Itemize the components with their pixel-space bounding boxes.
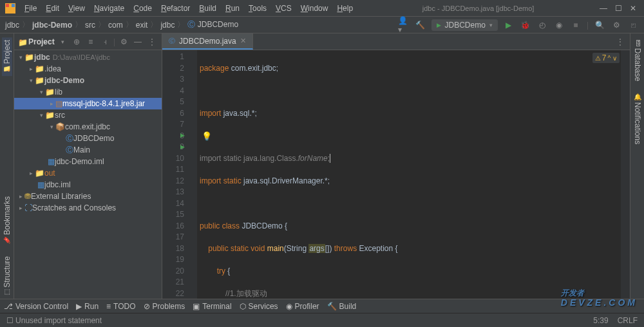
tool-project[interactable]: 📁 Project [2,37,12,76]
menu-edit[interactable]: Edit [42,2,63,15]
menu-help[interactable]: Help [333,2,357,15]
tool-bookmarks[interactable]: 🔖 Bookmarks [2,194,12,247]
tree-external-libs[interactable]: ▸⛃ External Libraries [14,191,162,202]
hide-panel-icon[interactable]: — [132,36,144,48]
coverage-button[interactable]: ◴ [536,19,548,31]
menu-code[interactable]: Code [129,2,156,15]
left-tool-strip: 📁 Project 🔖 Bookmarks ⬚ Structure [0,33,14,299]
breadcrumb-item[interactable]: jdbc [160,21,175,30]
tree-lib-folder[interactable]: ▾📁 lib [14,86,162,98]
tree-jar-file[interactable]: ▸▤ mssql-jdbc-8.4.1.jre8.jar [14,98,162,109]
tree-scratches[interactable]: ▸⛶ Scratches and Consoles [14,202,162,214]
tool-version-control[interactable]: ⎇ Version Control [4,302,68,311]
run-gutter-icon[interactable]: ▶ [180,130,185,142]
tree-main-class[interactable]: Ⓒ Main [14,144,162,156]
collapse-all-icon[interactable]: ⫞ [99,36,111,48]
tab-label: JDBCDemo.java [179,37,236,46]
tree-idea-folder[interactable]: ▸📁 .idea [14,63,162,75]
error-stripe[interactable] [621,50,630,299]
breadcrumb[interactable]: jdbc〉jdbc-Demo〉src〉com〉exit〉jdbc〉Ⓒ JDBCD… [5,19,238,30]
menu-build[interactable]: Build [195,2,220,15]
tree-iml1[interactable]: ▦ jdbc-Demo.iml [14,156,162,167]
close-button[interactable]: ✕ [630,4,636,13]
panel-settings-icon[interactable]: ⚙ [118,36,129,48]
run-button[interactable]: ▶ [503,19,515,31]
caret-position[interactable]: 5:39 [593,316,608,325]
status-message-icon: ☐ [6,316,14,325]
code-content[interactable]: package com.exit.jdbc; import java.sql.*… [197,50,621,299]
tab-options-icon[interactable]: ⋮ [614,36,626,48]
line-number-gutter: 1234567 8▶ 9▶ 10111213141516171819202122… [162,50,189,299]
code-editor[interactable]: 1234567 8▶ 9▶ 10111213141516171819202122… [162,50,630,299]
more-button[interactable]: ⏍ [627,19,639,31]
right-tool-strip: 🗄 Database 🔔 Notifications [630,33,644,299]
search-everywhere-button[interactable]: 🔍 [594,19,605,31]
tool-run[interactable]: ▶ Run [76,302,99,311]
svg-rect-2 [12,4,15,7]
bottom-toolbar: ⎇ Version Control ▶ Run ≡ TODO ⊘ Problem… [0,299,644,313]
tree-src-folder[interactable]: ▾📁 src [14,109,162,121]
minimize-button[interactable]: — [600,4,607,13]
inspection-badge[interactable]: ⚠ 7 ^ ∨ [592,53,620,63]
tree-jdbcdemo-class[interactable]: Ⓒ JDBCDemo [14,133,162,144]
status-bar: ☐ Unused import statement 5:39 CRLF [0,313,644,327]
menu-refactor[interactable]: Refactor [157,2,194,15]
line-separator[interactable]: CRLF [618,316,638,325]
stop-button[interactable]: ■ [570,19,582,31]
settings-button[interactable]: ⚙ [611,19,622,31]
tree-iml2[interactable]: ▦ jdbc.iml [14,179,162,191]
main-menu: FileEditViewNavigateCodeRefactorBuildRun… [21,2,357,15]
editor-tab-jdbcdemo[interactable]: Ⓒ JDBCDemo.java ✕ [162,33,253,50]
intention-bulb-icon[interactable]: 💡 [202,131,212,141]
user-icon[interactable]: 👤▾ [398,19,410,31]
project-panel-header: 📁 Project ▾ ⊕ ≡ ⫞ | ⚙ — ⋮ [14,33,162,50]
run-configuration-selector[interactable]: ▶ JDBCDemo ▾ [431,19,498,31]
tool-build[interactable]: 🔨 Build [327,302,357,311]
window-title: jdbc - JDBCDemo.java [jdbc-Demo] [357,5,600,12]
panel-more-icon[interactable]: ⋮ [146,36,158,48]
svg-rect-1 [6,4,9,7]
tree-package[interactable]: ▾📦 com.exit.jdbc [14,121,162,133]
tool-todo[interactable]: ≡ TODO [106,302,135,311]
run-config-label: JDBCDemo [445,21,486,30]
tool-notifications[interactable]: 🔔 Notifications [632,90,643,147]
run-gutter-icon[interactable]: ▶ [180,142,185,153]
maximize-button[interactable]: ☐ [615,4,622,13]
menu-run[interactable]: Run [222,2,243,15]
breadcrumb-item[interactable]: Ⓒ JDBCDemo [187,19,238,30]
fold-gutter [189,50,197,299]
tool-terminal[interactable]: ▣ Terminal [193,302,231,311]
tool-services[interactable]: ⬡ Services [240,302,278,311]
profile-button[interactable]: ◉ [553,19,565,31]
project-view-selector[interactable]: ▾ [61,39,64,45]
tool-profiler[interactable]: ◉ Profiler [286,302,319,311]
menu-file[interactable]: File [21,2,41,15]
breadcrumb-item[interactable]: src [85,21,95,30]
tree-root[interactable]: ▾📁 jdbcD:\Java\IDEA\jdbc [14,51,162,63]
breadcrumb-item[interactable]: jdbc [5,21,19,30]
editor-tabs: Ⓒ JDBCDemo.java ✕ ⋮ [162,33,630,50]
expand-all-icon[interactable]: ≡ [85,36,97,48]
breadcrumb-item[interactable]: exit [136,21,148,30]
menu-tools[interactable]: Tools [245,2,270,15]
select-opened-file-icon[interactable]: ⊕ [71,36,82,48]
tree-out-folder[interactable]: ▸📁 out [14,167,162,179]
java-file-icon: Ⓒ [169,37,175,46]
tool-problems[interactable]: ⊘ Problems [144,302,185,311]
breadcrumb-item[interactable]: jdbc-Demo [32,21,72,30]
tool-structure[interactable]: ⬚ Structure [2,254,12,299]
close-tab-icon[interactable]: ✕ [240,37,246,45]
menu-window[interactable]: Window [297,2,332,15]
status-message: Unused import statement [15,316,102,325]
menu-vcs[interactable]: VCS [272,2,296,15]
app-logo-icon [5,3,15,14]
project-tree[interactable]: ▾📁 jdbcD:\Java\IDEA\jdbc ▸📁 .idea ▾📁 jdb… [14,50,162,299]
editor-area: Ⓒ JDBCDemo.java ✕ ⋮ 1234567 8▶ 9▶ 101112… [162,33,630,299]
menu-navigate[interactable]: Navigate [90,2,128,15]
hammer-icon[interactable]: 🔨 [415,19,426,31]
breadcrumb-item[interactable]: com [108,21,123,30]
tool-database[interactable]: 🗄 Database [632,37,643,84]
menu-view[interactable]: View [64,2,89,15]
debug-button[interactable]: 🐞 [520,19,531,31]
tree-demo-module[interactable]: ▾📁 jdbc-Demo [14,75,162,86]
